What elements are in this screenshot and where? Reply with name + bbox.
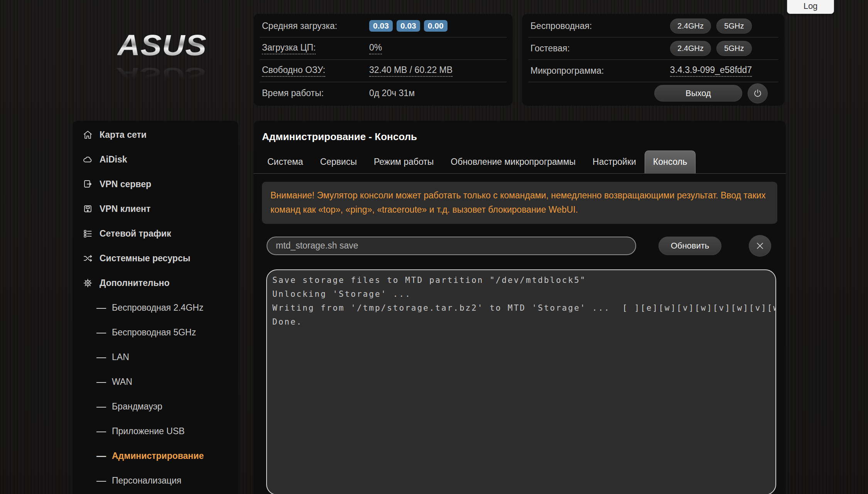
console-warning: Внимание! Эмулятор консоли может работат… <box>262 182 777 224</box>
load-average-label: Средняя загрузка: <box>262 21 369 31</box>
sidebar-subitem-usb-application[interactable]: — Приложение USB <box>73 419 238 443</box>
sidebar-subitem-wireless-5ghz[interactable]: — Беспроводная 5GHz <box>73 320 238 345</box>
cpu-usage-row: Загрузка ЦП: 0% <box>260 37 507 59</box>
refresh-button[interactable]: Обновить <box>659 237 721 255</box>
dash-icon: — <box>96 401 106 412</box>
sidebar-item-network-traffic[interactable]: Сетевой трафик <box>73 221 238 246</box>
dash-icon: — <box>96 352 106 363</box>
load-average-15m: 0.00 <box>424 20 448 32</box>
sidebar-subitem-administration[interactable]: — Администрирование <box>73 443 238 468</box>
sidebar-subitem-personalization[interactable]: — Персонализация <box>73 468 238 493</box>
log-button[interactable]: Log <box>787 0 834 14</box>
cpu-usage-value[interactable]: 0% <box>369 42 382 54</box>
sidebar-subitem-label: WAN <box>112 377 132 387</box>
command-input[interactable] <box>267 237 636 255</box>
load-average-row: Средняя загрузка: 0.03 0.03 0.00 <box>260 15 507 37</box>
logout-button[interactable]: Выход <box>654 85 742 102</box>
sidebar-subitem-label: Беспроводная 5GHz <box>112 327 196 338</box>
guest-row: Гостевая: 2.4GHz 5GHz <box>528 37 778 59</box>
sidebar-subitem-label: LAN <box>112 352 129 362</box>
sidebar-subitem-label: Приложение USB <box>112 426 185 436</box>
wireless-2_4ghz-button[interactable]: 2.4GHz <box>670 19 711 34</box>
sidebar-subitem-label: Персонализация <box>112 475 181 486</box>
dash-icon: — <box>96 376 106 387</box>
free-ram-row: Свободно ОЗУ: 32.40 MB / 60.22 MB <box>260 59 507 82</box>
traffic-list-icon <box>83 228 93 239</box>
cpu-usage-label[interactable]: Загрузка ЦП: <box>262 42 316 54</box>
clear-button[interactable] <box>749 235 771 257</box>
guest-5ghz-button[interactable]: 5GHz <box>716 41 752 56</box>
load-average-5m: 0.03 <box>397 20 420 32</box>
sidebar-item-label: Системные ресурсы <box>100 253 190 264</box>
reboot-button[interactable] <box>748 83 768 103</box>
sidebar-item-network-map[interactable]: Карта сети <box>73 122 238 147</box>
dash-icon: — <box>96 450 106 462</box>
close-icon <box>755 240 765 251</box>
sidebar-item-aidisk[interactable]: AiDisk <box>73 147 238 172</box>
sidebar: Карта сети AiDisk VPN сервер VPN клиент … <box>73 121 238 494</box>
status-panel: Средняя загрузка: 0.03 0.03 0.00 Загрузк… <box>253 14 513 106</box>
sidebar-item-label: Дополнительно <box>100 278 169 288</box>
sidebar-item-advanced[interactable]: Дополнительно <box>73 271 238 295</box>
main-panel: Администрирование - Консоль Система Серв… <box>253 121 786 494</box>
asus-logo: ASUS ASUS <box>98 27 226 100</box>
shuffle-icon <box>83 253 93 264</box>
home-icon <box>83 130 93 140</box>
vpn-server-icon <box>83 179 93 189</box>
console-line: Done. <box>272 315 775 329</box>
dash-icon: — <box>96 302 106 313</box>
sidebar-item-vpn-client[interactable]: VPN клиент <box>73 196 238 221</box>
wireless-row: Беспроводная: 2.4GHz 5GHz <box>528 15 778 37</box>
firmware-label: Микропрограмма: <box>530 66 646 76</box>
tab-system[interactable]: Система <box>259 151 312 173</box>
logout-row: Выход <box>528 82 778 104</box>
sidebar-item-label: Сетевой трафик <box>100 228 171 239</box>
console-line: Writing from '/tmp/storage.tar.bz2' to M… <box>272 301 775 315</box>
page-title: Администрирование - Консоль <box>262 131 786 143</box>
free-ram-label[interactable]: Свободно ОЗУ: <box>262 65 325 77</box>
sidebar-subitem-label: Администрирование <box>112 451 204 461</box>
sidebar-item-label: Карта сети <box>100 130 147 140</box>
load-average-badges: 0.03 0.03 0.00 <box>369 20 448 32</box>
dash-icon: — <box>96 475 106 486</box>
guest-label: Гостевая: <box>530 43 646 54</box>
sidebar-item-label: VPN клиент <box>100 204 150 214</box>
power-icon <box>753 88 763 98</box>
uptime-row: Время работы: 0д 20ч 31м <box>260 82 507 104</box>
console-output[interactable]: Save storage files to MTD partition "/de… <box>266 269 776 494</box>
tab-operation-mode[interactable]: Режим работы <box>365 151 442 173</box>
firmware-version-link[interactable]: 3.4.3.9-099_e58fdd7 <box>670 65 752 77</box>
cloud-icon <box>83 154 93 165</box>
firmware-row: Микропрограмма: 3.4.3.9-099_e58fdd7 <box>528 59 778 82</box>
load-average-1m: 0.03 <box>369 20 393 32</box>
sidebar-item-label: AiDisk <box>100 154 127 165</box>
free-ram-value[interactable]: 32.40 MB / 60.22 MB <box>369 65 453 77</box>
guest-2_4ghz-button[interactable]: 2.4GHz <box>670 41 711 56</box>
sidebar-subitem-wireless-2_4ghz[interactable]: — Беспроводная 2.4GHz <box>73 295 238 320</box>
console-line: Unlocking 'Storage' ... <box>272 287 775 301</box>
sidebar-item-vpn-server[interactable]: VPN сервер <box>73 172 238 196</box>
sidebar-subitem-firewall[interactable]: — Брандмауэр <box>73 394 238 419</box>
wireless-label: Беспроводная: <box>530 21 646 31</box>
tab-services[interactable]: Сервисы <box>312 151 365 173</box>
dash-icon: — <box>96 426 106 437</box>
sidebar-item-label: VPN сервер <box>100 179 151 189</box>
sidebar-item-system-resources[interactable]: Системные ресурсы <box>73 246 238 271</box>
uptime-value: 0д 20ч 31м <box>369 88 415 98</box>
tab-settings[interactable]: Настройки <box>584 151 645 173</box>
uptime-label: Время работы: <box>262 88 369 98</box>
asus-logo-reflection: ASUS <box>98 63 226 87</box>
tab-console[interactable]: Консоль <box>645 151 696 173</box>
command-row: Обновить <box>267 235 777 257</box>
wireless-5ghz-button[interactable]: 5GHz <box>716 19 752 34</box>
sidebar-subitem-lan[interactable]: — LAN <box>73 345 238 369</box>
gear-icon <box>83 278 93 288</box>
dash-icon: — <box>96 327 106 338</box>
asus-logo-text: ASUS <box>117 29 207 62</box>
console-line: Save storage files to MTD partition "/de… <box>272 273 775 287</box>
sidebar-subitem-label: Беспроводная 2.4GHz <box>112 303 203 313</box>
sidebar-subitem-label: Брандмауэр <box>112 401 162 412</box>
tab-firmware-upgrade[interactable]: Обновление микропрограммы <box>442 151 584 173</box>
sidebar-subitem-wan[interactable]: — WAN <box>73 369 238 394</box>
wireless-panel: Беспроводная: 2.4GHz 5GHz Гостевая: 2.4G… <box>522 14 784 106</box>
